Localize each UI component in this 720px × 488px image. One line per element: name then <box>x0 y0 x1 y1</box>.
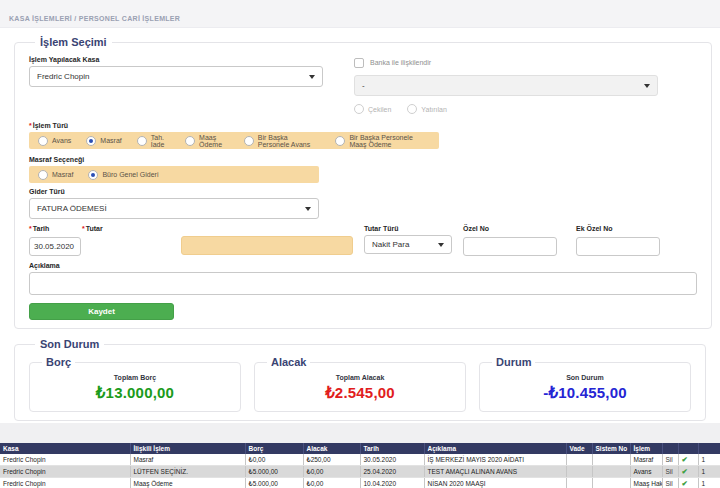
ozel-no-input[interactable] <box>463 237 557 256</box>
radio-selected-icon <box>86 136 96 146</box>
kasa-select[interactable]: Fredric Chopin <box>29 66 323 87</box>
cell-kasa: Fredric Chopin <box>0 466 130 478</box>
cell-extra: 1 <box>698 454 720 466</box>
cell-borc: ₺5.000,00 <box>245 466 303 478</box>
ozel-no-field: Özel No <box>463 225 557 256</box>
header-onay <box>678 443 698 454</box>
kasa-select-value: Fredric Chopin <box>37 72 89 81</box>
radio-baska-personele-avans[interactable]: Bir Başka Personele Avans <box>244 134 321 148</box>
radio-tah-iade[interactable]: Tah. İade <box>137 134 170 148</box>
ek-ozel-no-field: Ek Özel No <box>576 225 660 256</box>
header-aciklama[interactable]: Açıklama <box>424 443 566 454</box>
header-islem[interactable]: İşlem <box>630 443 662 454</box>
radio-icon <box>38 170 48 180</box>
breadcrumb: KASA İŞLEMLERİ / PERSONEL CARİ İŞLEMLER <box>9 15 180 22</box>
header-extra <box>698 443 720 454</box>
chevron-down-icon <box>644 84 650 88</box>
radio-icon <box>137 136 147 146</box>
main-content: İşlem Seçimi İşlem Yapılacak Kasa Fredri… <box>0 28 720 423</box>
cell-sistem-no <box>592 478 630 488</box>
son-durum-label: Son Durum <box>488 374 682 381</box>
check-icon[interactable]: ✔ <box>682 479 688 488</box>
aciklama-textarea[interactable] <box>29 272 697 295</box>
islem-secimi-title: İşlem Seçimi <box>35 36 112 48</box>
kasa-label: İşlem Yapılacak Kasa <box>29 56 323 63</box>
save-button[interactable]: Kaydet <box>29 303 174 320</box>
ozel-no-label: Özel No <box>463 225 557 232</box>
islem-turu-radio-group: Avans Masraf Tah. İade Maaş Ödeme Bir Ba… <box>29 132 439 149</box>
tarih-input[interactable] <box>29 237 81 256</box>
delete-link[interactable]: Sil <box>662 478 678 488</box>
cell-vade <box>566 466 592 478</box>
tutar-turu-field: Tutar Türü Nakit Para <box>364 225 452 254</box>
son-durum-value: -₺10.455,00 <box>488 384 682 402</box>
chevron-down-icon <box>438 243 444 247</box>
radio-yatirilan[interactable]: Yatırılan <box>407 104 447 114</box>
radio-yatirilan-label: Yatırılan <box>421 106 447 113</box>
header-sistem-no[interactable]: Sistem No <box>592 443 630 454</box>
tutar-turu-label: Tutar Türü <box>364 225 452 232</box>
radio-avans[interactable]: Avans <box>38 136 71 146</box>
radio-masraf[interactable]: Masraf <box>86 136 121 146</box>
tarih-field: *Tarih <box>29 225 81 256</box>
cell-iliskili-islem: Maaş Ödeme <box>130 478 245 488</box>
section-gap <box>0 423 720 443</box>
radio-icon <box>407 104 417 114</box>
toplam-borc-label: Toplam Borç <box>38 374 232 381</box>
radio-maas-odeme[interactable]: Maaş Ödeme <box>185 134 229 148</box>
chevron-down-icon <box>305 207 311 211</box>
toplam-borc-value: ₺13.000,00 <box>38 384 232 402</box>
gider-turu-value: FATURA ÖDEMESİ <box>37 204 107 213</box>
cell-tarih: 10.04.2020 <box>360 478 424 488</box>
cell-sistem-no <box>592 454 630 466</box>
gider-turu-select[interactable]: FATURA ÖDEMESİ <box>29 198 319 219</box>
header-iliskili-islem[interactable]: İlişkili İşlem <box>130 443 245 454</box>
borc-card-title: Borç <box>42 356 75 368</box>
radio-masraf-option[interactable]: Masraf <box>38 170 73 180</box>
banka-select[interactable]: - <box>354 75 658 96</box>
table-row: Fredric Chopin Masraf ₺0,00 ₺250,00 30.0… <box>0 454 720 466</box>
header-vade[interactable]: Vade <box>566 443 592 454</box>
son-durum-section: Son Durum Borç Toplam Borç ₺13.000,00 Al… <box>14 338 706 421</box>
cell-sistem-no <box>592 466 630 478</box>
son-durum-title: Son Durum <box>35 338 104 350</box>
check-icon[interactable]: ✔ <box>682 467 688 476</box>
radio-cekilen[interactable]: Çekilen <box>354 104 391 114</box>
cell-aciklama: İŞ MERKEZİ MAYIS 2020 AİDATI <box>424 454 566 466</box>
durum-card-title: Durum <box>492 356 535 368</box>
header-kasa[interactable]: Kasa <box>0 443 130 454</box>
delete-link[interactable]: Sil <box>662 454 678 466</box>
ek-ozel-no-label: Ek Özel No <box>576 225 660 232</box>
cell-vade <box>566 454 592 466</box>
islem-turu-label: *İşlem Türü <box>29 122 697 129</box>
table-header-row: Kasa İlişkili İşlem Borç Alacak Tarih Aç… <box>0 443 720 454</box>
radio-icon <box>38 136 48 146</box>
radio-selected-icon <box>88 170 98 180</box>
check-icon[interactable]: ✔ <box>682 455 688 464</box>
radio-icon <box>335 136 345 146</box>
toplam-alacak-label: Toplam Alacak <box>263 374 457 381</box>
header-alacak[interactable]: Alacak <box>303 443 360 454</box>
cell-alacak: ₺0,00 <box>303 478 360 488</box>
header-sil <box>662 443 678 454</box>
tutar-turu-select[interactable]: Nakit Para <box>364 235 452 254</box>
cell-iliskili-islem: LÜTFEN SEÇİNİZ. <box>130 466 245 478</box>
ek-ozel-no-input[interactable] <box>576 237 660 256</box>
delete-link[interactable]: Sil <box>662 466 678 478</box>
header-borc[interactable]: Borç <box>245 443 303 454</box>
top-breadcrumb-bar: KASA İŞLEMLERİ / PERSONEL CARİ İŞLEMLER <box>0 0 720 28</box>
cell-vade <box>566 478 592 488</box>
alacak-card-title: Alacak <box>267 356 310 368</box>
masraf-secenegi-radio-group: Masraf Büro Genel Gideri <box>29 166 319 183</box>
tutar-input[interactable] <box>181 236 353 255</box>
cell-extra: 1 <box>698 466 720 478</box>
tutar-label: *Tutar <box>82 225 103 232</box>
header-tarih[interactable]: Tarih <box>360 443 424 454</box>
banka-checkbox[interactable] <box>354 58 364 68</box>
required-asterisk: * <box>82 225 85 232</box>
radio-icon <box>244 136 254 146</box>
banka-checkbox-row[interactable]: Banka ile ilişkilendir <box>354 56 658 69</box>
radio-buro-genel-gideri[interactable]: Büro Genel Gideri <box>88 170 158 180</box>
radio-baska-personele-maas[interactable]: Bir Başka Personele Maaş Ödeme <box>335 134 430 148</box>
cell-alacak: ₺0,00 <box>303 466 360 478</box>
